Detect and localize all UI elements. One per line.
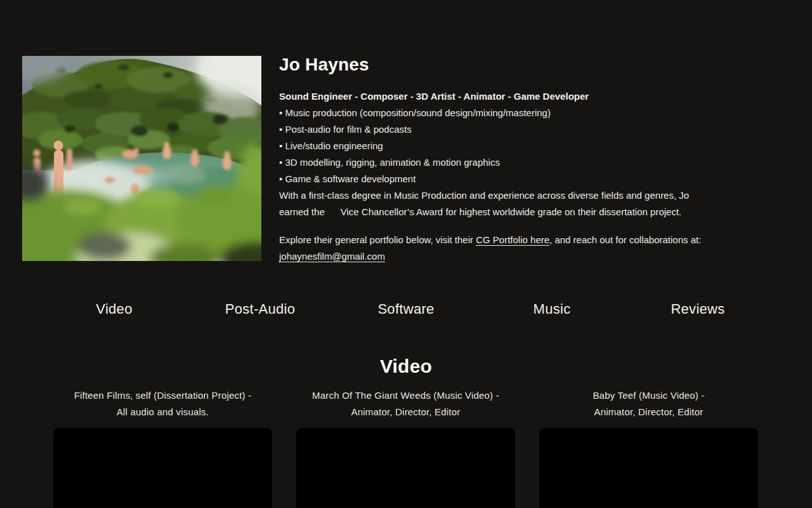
outro-prefix: Explore their general portfolio below, v… xyxy=(279,234,476,245)
cg-portfolio-link[interactable]: CG Portfolio here xyxy=(476,234,549,245)
video-item: Baby Teef (Music Video) - Animator, Dire… xyxy=(539,387,758,508)
video-embed-placeholder[interactable] xyxy=(296,428,515,508)
tagline: Sound Engineer - Composer - 3D Artist - … xyxy=(279,88,768,105)
portfolio-page: Jo Haynes Sound Engineer - Composer - 3D… xyxy=(0,0,812,508)
video-caption: March Of The Giant Weeds (Music Video) -… xyxy=(296,387,515,420)
nav-item-music[interactable]: Music xyxy=(479,298,625,320)
skill-item: • Music production (composition/sound de… xyxy=(279,105,768,121)
nav-item-software[interactable]: Software xyxy=(333,298,479,320)
video-grid: Fifteen Films, self (Dissertation Projec… xyxy=(53,387,759,508)
email-link[interactable]: johaynesfilm@gmail.com xyxy=(279,251,385,262)
skill-item: • 3D modelling, rigging, animation & mot… xyxy=(279,154,768,171)
main-nav: Video Post-Audio Software Music Reviews xyxy=(41,298,771,320)
video-section: Video Fifteen Films, self (Dissertation … xyxy=(0,356,812,508)
video-section-title: Video xyxy=(0,356,812,377)
video-item: Fifteen Films, self (Dissertation Projec… xyxy=(53,387,272,508)
page-title: Jo Haynes xyxy=(279,55,768,75)
bio-section: Jo Haynes Sound Engineer - Composer - 3D… xyxy=(279,55,768,265)
video-embed-placeholder[interactable] xyxy=(53,428,272,508)
skill-item: • Live/studio engineering xyxy=(279,138,768,154)
skill-item: • Game & software development xyxy=(279,171,768,187)
moss-diorama-image xyxy=(22,56,261,261)
nav-item-post-audio[interactable]: Post-Audio xyxy=(187,298,333,320)
video-caption: Fifteen Films, self (Dissertation Projec… xyxy=(53,387,272,420)
skills-list: • Music production (composition/sound de… xyxy=(279,105,768,187)
outro-paragraph: Explore their general portfolio below, v… xyxy=(279,232,768,265)
nav-item-reviews[interactable]: Reviews xyxy=(625,298,771,320)
video-caption: Baby Teef (Music Video) - Animator, Dire… xyxy=(539,387,758,420)
skill-item: • Post-audio for film & podcasts xyxy=(279,121,768,138)
nav-item-video[interactable]: Video xyxy=(41,298,187,320)
profile-photo xyxy=(22,56,261,261)
outro-suffix: , and reach out for collaborations at: xyxy=(549,234,701,245)
bio-paragraph: With a first-class degree in Music Produ… xyxy=(279,187,768,220)
video-embed-placeholder[interactable] xyxy=(539,428,758,508)
video-item: March Of The Giant Weeds (Music Video) -… xyxy=(296,387,515,508)
